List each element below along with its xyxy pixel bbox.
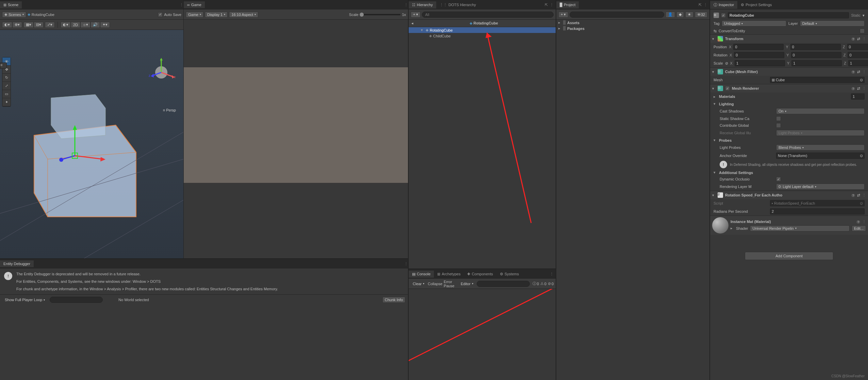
overlay-handle[interactable]: ≡ (0, 63, 7, 69)
snap-increment-button[interactable]: ⤢▾ (45, 22, 55, 28)
rotate-tool-button[interactable]: ↻ (2, 74, 11, 82)
tab-hierarchy[interactable]: ☷Hierarchy (409, 1, 436, 8)
anchor-override-field[interactable]: None (Transform)⊙ (776, 153, 865, 159)
meshrenderer-enable-checkbox[interactable] (725, 86, 730, 91)
entity-dbg-search[interactable] (50, 297, 103, 303)
materials-count-input[interactable] (851, 93, 865, 100)
auto-save-checkbox[interactable] (158, 12, 163, 17)
foldout-icon[interactable] (714, 170, 717, 175)
rect-tool-button[interactable]: ▭ (2, 90, 11, 98)
create-button[interactable]: + ▾ (411, 12, 421, 18)
foldout-icon[interactable] (558, 20, 562, 25)
tab-systems[interactable]: ⚙Systems (496, 271, 522, 278)
fx-toggle-button[interactable]: ✦▾ (100, 22, 110, 28)
edit-shader-button[interactable]: Edit... (852, 225, 866, 231)
help-icon[interactable] (851, 37, 855, 41)
static-shadow-checkbox[interactable] (776, 116, 781, 121)
help-icon[interactable] (856, 220, 860, 224)
foldout-icon[interactable] (714, 138, 717, 142)
tab-dots-hierarchy[interactable]: ⋮⋮DOTS Hierarchy (436, 1, 479, 8)
foldout-icon[interactable] (421, 28, 424, 32)
static-dropdown-icon[interactable]: ▾ (863, 13, 865, 18)
audio-toggle-button[interactable]: 🔊 (91, 22, 100, 28)
hierarchy-item-childcube[interactable]: ◈ ChildCube (409, 33, 556, 39)
help-icon[interactable] (851, 193, 855, 197)
tag-dropdown[interactable]: Untagged (722, 20, 786, 27)
tab-components[interactable]: ✚Components (464, 271, 496, 278)
light-probes-dropdown[interactable]: Blend Probes (776, 144, 865, 151)
filter-fav-button[interactable]: ★ (685, 12, 693, 18)
rotation-y-input[interactable] (791, 52, 841, 58)
gameobject-name-input[interactable] (728, 12, 849, 18)
hierarchy-search[interactable] (422, 12, 554, 18)
foldout-icon[interactable] (712, 193, 716, 197)
layer-dropdown[interactable]: Default (800, 20, 865, 27)
clear-button[interactable]: Clear (411, 281, 426, 287)
cast-shadows-dropdown[interactable]: On (776, 108, 865, 114)
foldout-icon[interactable] (712, 70, 716, 74)
scene-menu-icon[interactable] (180, 3, 183, 7)
2d-toggle-button[interactable]: 2D (71, 22, 80, 28)
scale-x-input[interactable] (735, 60, 785, 66)
transform-tool-button[interactable]: ✦ (2, 98, 11, 106)
error-pause-button[interactable]: Error Pause (444, 280, 457, 288)
visibility-button[interactable]: 👁32 (695, 12, 707, 18)
shading-mode-button[interactable]: ◐▾ (61, 22, 71, 28)
component-menu-icon[interactable] (862, 70, 866, 74)
project-item-packages[interactable]: ▉ Packages (556, 25, 709, 31)
preset-icon[interactable] (857, 86, 860, 91)
chunk-info-button[interactable]: Chunk Info (382, 297, 405, 303)
scale-z-input[interactable] (848, 60, 868, 66)
filter-label-button[interactable]: ◆ (676, 12, 684, 18)
editor-dropdown[interactable]: Editor (459, 281, 475, 287)
project-item-assets[interactable]: ▉ Assets (556, 20, 709, 25)
dynamic-occlusion-checkbox[interactable] (776, 177, 781, 182)
foldout-icon[interactable] (731, 226, 734, 230)
tab-game[interactable]: ∞Game (184, 1, 205, 8)
foldout-icon[interactable] (714, 102, 717, 106)
radians-input[interactable] (770, 208, 865, 214)
rotation-z-input[interactable] (848, 52, 868, 58)
tab-entity-debugger[interactable]: Entity Debugger (0, 260, 34, 267)
filter-type-button[interactable]: 👤 (666, 12, 675, 18)
contribute-gi-checkbox[interactable] (776, 123, 781, 128)
component-menu-icon[interactable] (862, 220, 866, 224)
object-picker-icon[interactable]: ⊙ (860, 201, 863, 206)
tab-project[interactable]: ▉Project (556, 1, 579, 8)
mesh-object-field[interactable]: ⊞ Cube⊙ (770, 77, 865, 83)
tab-console[interactable]: ▤Console (409, 271, 434, 278)
position-y-input[interactable] (790, 44, 841, 50)
component-menu-icon[interactable] (862, 37, 866, 41)
grid-snap-button[interactable]: ▦▾ (23, 22, 34, 28)
console-search[interactable] (477, 281, 530, 287)
pivot-center-button[interactable]: ◐▾ (2, 22, 12, 28)
tab-inspector[interactable]: ⓘInspector (710, 1, 737, 9)
back-icon[interactable]: ◂ (411, 21, 413, 25)
hierarchy-menu-icon[interactable] (550, 3, 554, 7)
project-create-button[interactable]: + ▾ (558, 12, 568, 18)
object-picker-icon[interactable]: ⊙ (860, 154, 863, 158)
component-menu-icon[interactable] (862, 86, 866, 91)
scale-y-input[interactable] (791, 60, 842, 66)
foldout-icon[interactable] (558, 26, 562, 31)
display-dropdown[interactable]: Display 1 (205, 12, 228, 18)
game-mode-dropdown[interactable]: Game (186, 12, 203, 18)
show-loop-dropdown[interactable]: Show Full Player Loop (3, 297, 47, 303)
object-picker-icon[interactable]: ⊙ (860, 78, 863, 82)
orientation-gizmo[interactable]: y x z (146, 57, 177, 88)
add-component-button[interactable]: Add Component (745, 252, 833, 260)
position-z-input[interactable] (847, 44, 868, 50)
entity-dbg-menu-icon[interactable] (404, 262, 408, 266)
link-icon[interactable]: ⊘ (725, 61, 728, 66)
warn-count[interactable]: ⚠0 (540, 281, 546, 286)
tab-archetypes[interactable]: ⊞Archetypes (434, 271, 464, 278)
scenes-dropdown[interactable]: ◈Scenes (2, 12, 26, 18)
receive-gi-dropdown[interactable]: Light Probes (776, 130, 865, 136)
foldout-icon[interactable] (714, 94, 717, 99)
project-menu-icon[interactable] (704, 3, 707, 7)
rendering-layer-dropdown[interactable]: 0: Light Layer default (776, 184, 865, 190)
pivot-local-button[interactable]: ⊕▾ (12, 22, 22, 28)
info-count[interactable]: ⓘ0 (533, 281, 539, 286)
tab-scene[interactable]: ⊞Scene (0, 1, 22, 8)
lighting-toggle-button[interactable]: ☼▾ (80, 22, 91, 28)
